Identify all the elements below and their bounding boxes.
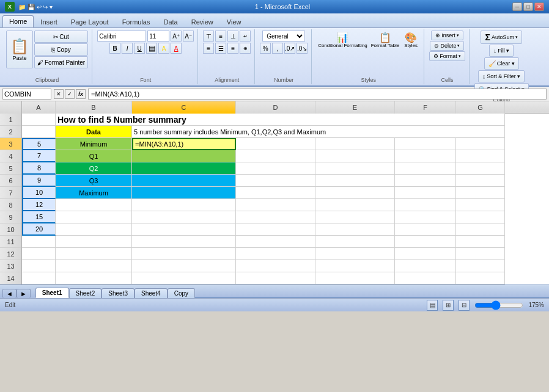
cell-d13[interactable] (236, 260, 315, 272)
col-header-e[interactable]: E (315, 101, 395, 114)
format-cells-button[interactable]: ⚙ Format ▾ (429, 51, 465, 61)
cell-g14[interactable] (456, 272, 505, 285)
paste-button[interactable]: 📋 Paste (6, 31, 33, 68)
cell-d7[interactable] (236, 187, 315, 199)
page-layout-view-button[interactable]: ⊞ (443, 300, 454, 311)
row-header-7[interactable]: 7 (0, 187, 21, 199)
cell-e13[interactable] (315, 260, 395, 272)
close-button[interactable]: ✕ (534, 2, 544, 11)
row-header-11[interactable]: 11 (0, 236, 21, 248)
copy-button[interactable]: ⎘ Copy (34, 43, 88, 56)
col-header-c[interactable]: C (132, 101, 236, 114)
cell-g12[interactable] (456, 248, 505, 260)
row-header-4[interactable]: 4 (0, 150, 21, 162)
row-header-3[interactable]: 3 (0, 138, 21, 150)
cell-f4[interactable] (395, 150, 456, 162)
sheet-tab-sheet3[interactable]: Sheet3 (101, 288, 134, 298)
wrap-text-button[interactable]: ↵ (240, 31, 251, 42)
font-grow-button[interactable]: A⁺ (171, 31, 182, 42)
fill-color-button[interactable]: A (158, 43, 169, 54)
row-header-5[interactable]: 5 (0, 162, 21, 175)
cell-f8[interactable] (395, 199, 456, 211)
cell-a1[interactable] (22, 114, 56, 126)
sheet-tab-sheet1[interactable]: Sheet1 (35, 288, 69, 298)
cell-b1[interactable]: How to find 5 Number summary (56, 114, 505, 126)
row-header-13[interactable]: 13 (0, 260, 21, 272)
cell-c14[interactable] (132, 272, 236, 285)
cell-a9[interactable]: 15 (22, 211, 56, 223)
cell-e7[interactable] (315, 187, 395, 199)
cell-c5[interactable] (132, 162, 236, 175)
cell-a14[interactable] (22, 272, 56, 285)
cell-e8[interactable] (315, 199, 395, 211)
cell-d5[interactable] (236, 162, 315, 175)
font-shrink-button[interactable]: A⁻ (183, 31, 194, 42)
cell-f11[interactable] (395, 236, 456, 248)
cell-a2[interactable] (22, 126, 56, 138)
cell-e3[interactable] (315, 138, 395, 150)
decimal-dec-button[interactable]: .0↘ (297, 43, 308, 54)
cell-d4[interactable] (236, 150, 315, 162)
cell-g7[interactable] (456, 187, 505, 199)
cell-d11[interactable] (236, 236, 315, 248)
cell-b11[interactable] (56, 236, 132, 248)
decimal-inc-button[interactable]: .0↗ (284, 43, 295, 54)
cell-a4[interactable]: 7 (22, 150, 56, 162)
cell-d8[interactable] (236, 199, 315, 211)
cell-f6[interactable] (395, 175, 456, 187)
autosum-button[interactable]: Σ AutoSum ▾ (481, 31, 521, 44)
cell-a11[interactable] (22, 236, 56, 248)
comma-button[interactable]: , (272, 43, 283, 54)
cell-e9[interactable] (315, 211, 395, 223)
row-header-9[interactable]: 9 (0, 211, 21, 223)
cell-b7[interactable]: Maximum (56, 187, 132, 199)
col-header-d[interactable]: D (236, 101, 315, 114)
align-left-button[interactable]: ≡ (203, 43, 214, 54)
cell-g6[interactable] (456, 175, 505, 187)
cell-f10[interactable] (395, 223, 456, 236)
cell-b6[interactable]: Q3 (56, 175, 132, 187)
cell-d3[interactable] (236, 138, 315, 150)
cell-f9[interactable] (395, 211, 456, 223)
cell-g5[interactable] (456, 162, 505, 175)
tab-insert[interactable]: Insert (34, 16, 64, 27)
cell-e11[interactable] (315, 236, 395, 248)
cell-d14[interactable] (236, 272, 315, 285)
align-bottom-button[interactable]: ⊥ (227, 31, 238, 42)
bold-button[interactable]: B (109, 43, 120, 54)
col-header-a[interactable]: A (22, 101, 56, 114)
cell-b9[interactable] (56, 211, 132, 223)
row-header-10[interactable]: 10 (0, 223, 21, 236)
clear-button[interactable]: 🧹 Clear ▾ (484, 57, 519, 70)
percent-button[interactable]: % (260, 43, 271, 54)
cell-f5[interactable] (395, 162, 456, 175)
cell-e5[interactable] (315, 162, 395, 175)
align-middle-button[interactable]: ≡ (215, 31, 226, 42)
normal-view-button[interactable]: ▤ (427, 300, 438, 311)
sort-filter-button[interactable]: ↕ Sort & Filter ▾ (478, 70, 525, 82)
row-header-8[interactable]: 8 (0, 199, 21, 211)
sheet-nav-left[interactable]: ◄ (2, 289, 17, 298)
cell-e14[interactable] (315, 272, 395, 285)
minimize-button[interactable]: ─ (512, 2, 522, 11)
merge-button[interactable]: ⊕ (240, 43, 251, 54)
cell-e10[interactable] (315, 223, 395, 236)
cell-d9[interactable] (236, 211, 315, 223)
col-header-g[interactable]: G (456, 101, 505, 114)
cell-c2[interactable]: 5 number summary includes Minimum, Q1,Q2… (132, 126, 505, 138)
confirm-button[interactable]: ✓ (65, 89, 75, 99)
cell-a6[interactable]: 9 (22, 175, 56, 187)
border-button[interactable]: ▤ (146, 43, 157, 54)
cut-button[interactable]: ✂ Cut (34, 31, 88, 43)
cell-g11[interactable] (456, 236, 505, 248)
row-header-12[interactable]: 12 (0, 248, 21, 260)
sheet-tab-copy[interactable]: Copy (168, 288, 195, 298)
cell-g10[interactable] (456, 223, 505, 236)
col-header-b[interactable]: B (56, 101, 132, 114)
sheet-nav-right[interactable]: ► (17, 289, 31, 298)
cell-e4[interactable] (315, 150, 395, 162)
cell-a7[interactable]: 10 (22, 187, 56, 199)
align-center-button[interactable]: ☰ (215, 43, 226, 54)
cell-f3[interactable] (395, 138, 456, 150)
cell-b10[interactable] (56, 223, 132, 236)
